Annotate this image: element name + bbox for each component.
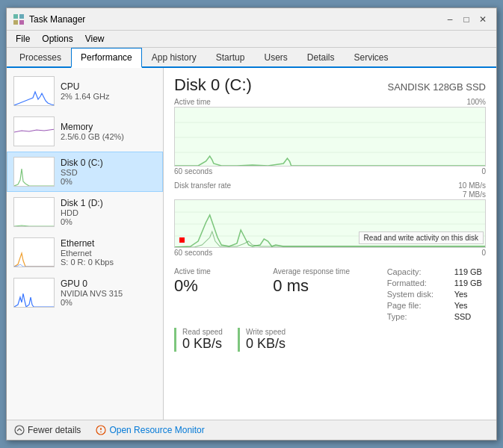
right-stat-value: Yes <box>454 301 468 310</box>
write-speed-bar <box>238 328 240 352</box>
open-resource-monitor-link[interactable]: Open Resource Monitor <box>96 425 204 435</box>
svg-rect-1 <box>19 14 24 19</box>
right-stat-value: SSD <box>454 312 472 321</box>
right-stat-label: System disk: <box>387 290 454 299</box>
svg-rect-2 <box>13 20 18 25</box>
right-stat-row: Type:SSD <box>387 312 486 321</box>
svg-rect-6 <box>14 158 55 187</box>
avg-response-stat: Average response time 0 ms <box>273 267 371 323</box>
gpu0-info: GPU 0 NVIDIA NVS 315 0% <box>61 279 156 307</box>
menu-bar: File Options View <box>7 31 496 48</box>
cpu-sublabel: 2% 1.64 GHz <box>61 92 156 101</box>
svg-rect-7 <box>14 198 55 227</box>
read-speed-value: 0 KB/s <box>182 336 223 352</box>
tab-processes[interactable]: Processes <box>10 48 71 68</box>
chart2-time-left: 60 seconds <box>174 249 212 257</box>
right-stat-row: System disk:Yes <box>387 290 486 299</box>
right-stats-panel: Capacity:119 GBFormatted:119 GBSystem di… <box>372 267 486 323</box>
memory-label: Memory <box>61 122 156 132</box>
sidebar-item-cpu[interactable]: CPU 2% 1.64 GHz <box>7 71 163 111</box>
right-stat-value: 119 GB <box>454 267 482 276</box>
disk1-sublabel: HDD <box>61 208 156 217</box>
chart1-label-right: 100% <box>466 98 486 106</box>
sidebar-item-gpu0[interactable]: GPU 0 NVIDIA NVS 315 0% <box>7 273 163 313</box>
sidebar-item-disk1[interactable]: Disk 1 (D:) HDD 0% <box>7 192 163 232</box>
chart2-sub-right: 7 MB/s <box>463 190 486 199</box>
chart1-label-row: Active time 100% <box>174 98 486 106</box>
detail-panel: Disk 0 (C:) SANDISK 128GB SSD Active tim… <box>164 68 496 420</box>
read-speed-label: Read speed <box>182 328 223 336</box>
right-stat-row: Capacity:119 GB <box>387 267 486 276</box>
svg-rect-4 <box>14 77 55 106</box>
read-speed-item: Read speed 0 KB/s <box>174 328 223 352</box>
sidebar-item-disk0[interactable]: Disk 0 (C:) SSD 0% <box>7 152 163 192</box>
chart1-time-left: 60 seconds <box>174 167 212 175</box>
right-stat-row: Formatted:119 GB <box>387 279 486 287</box>
sidebar-item-memory[interactable]: Memory 2.5/6.0 GB (42%) <box>7 111 163 152</box>
maximize-button[interactable]: □ <box>459 12 474 27</box>
right-stat-row: Page file:Yes <box>387 301 486 310</box>
right-stat-label: Capacity: <box>387 267 454 276</box>
menu-view[interactable]: View <box>79 32 111 46</box>
disk0-graph <box>13 157 55 187</box>
task-manager-window: Task Manager – □ ✕ File Options View Pro… <box>6 7 497 441</box>
ethernet-graph <box>13 237 55 267</box>
right-stat-value: Yes <box>454 290 468 299</box>
cpu-info: CPU 2% 1.64 GHz <box>61 81 156 101</box>
app-icon <box>13 13 25 25</box>
right-stat-value: 119 GB <box>454 279 482 287</box>
gpu0-label: GPU 0 <box>61 279 156 289</box>
chart1-label-left: Active time <box>174 98 211 106</box>
tab-app-history[interactable]: App history <box>142 48 206 68</box>
transfer-rate-chart-section: Disk transfer rate 10 MB/s 7 MB/s <box>174 181 486 260</box>
stats-row: Active time 0% Average response time 0 m… <box>174 267 486 323</box>
gpu0-graph <box>13 278 55 308</box>
window-controls: – □ ✕ <box>442 12 490 27</box>
tab-users[interactable]: Users <box>254 48 297 68</box>
svg-point-18 <box>15 426 24 435</box>
chart2-label-row: Disk transfer rate 10 MB/s <box>174 181 486 190</box>
memory-info: Memory 2.5/6.0 GB (42%) <box>61 122 156 141</box>
svg-rect-0 <box>13 14 18 19</box>
ethernet-sublabel: Ethernet <box>61 249 156 258</box>
gpu0-value: 0% <box>61 298 156 307</box>
chevron-up-icon <box>14 425 25 435</box>
fewer-details-label: Fewer details <box>28 425 81 435</box>
red-dot-indicator <box>179 237 185 243</box>
open-resource-monitor-label: Open Resource Monitor <box>109 425 204 435</box>
write-speed-label: Write speed <box>246 328 286 336</box>
disk-header: Disk 0 (C:) SANDISK 128GB SSD <box>174 75 486 95</box>
disk-title: Disk 0 (C:) <box>174 75 252 95</box>
main-content: CPU 2% 1.64 GHz Memory 2.5/6.0 GB (42%) <box>7 68 496 420</box>
tab-services[interactable]: Services <box>345 48 398 68</box>
chart1-time-row: 60 seconds 0 <box>174 167 486 175</box>
avg-response-value: 0 ms <box>273 276 371 296</box>
sidebar: CPU 2% 1.64 GHz Memory 2.5/6.0 GB (42%) <box>7 68 164 420</box>
write-speed-inner: Write speed 0 KB/s <box>246 328 286 352</box>
ethernet-value: S: 0 R: 0 Kbps <box>61 258 156 267</box>
write-speed-value: 0 KB/s <box>246 336 286 352</box>
active-time-chart <box>174 107 486 167</box>
tab-startup[interactable]: Startup <box>206 48 255 68</box>
disk1-value: 0% <box>61 217 156 226</box>
svg-rect-9 <box>14 279 55 308</box>
menu-options[interactable]: Options <box>36 32 78 46</box>
fewer-details-button[interactable]: Fewer details <box>14 425 81 435</box>
disk0-info: Disk 0 (C:) SSD 0% <box>61 158 156 186</box>
disk0-label: Disk 0 (C:) <box>61 158 156 168</box>
tab-details[interactable]: Details <box>297 48 345 68</box>
chart1-time-right: 0 <box>481 167 486 175</box>
tab-performance[interactable]: Performance <box>71 48 142 68</box>
read-speed-bar <box>174 328 176 352</box>
minimize-button[interactable]: – <box>442 12 457 27</box>
active-time-stat: Active time 0% <box>174 267 273 323</box>
cpu-graph <box>13 76 55 106</box>
chart2-label-left: Disk transfer rate <box>174 181 231 190</box>
disk1-graph <box>13 197 55 227</box>
ethernet-label: Ethernet <box>61 238 156 249</box>
menu-file[interactable]: File <box>10 32 36 46</box>
close-button[interactable]: ✕ <box>475 12 490 27</box>
avg-response-label: Average response time <box>273 267 371 276</box>
sidebar-item-ethernet[interactable]: Ethernet Ethernet S: 0 R: 0 Kbps <box>7 232 163 273</box>
svg-point-21 <box>101 432 102 433</box>
